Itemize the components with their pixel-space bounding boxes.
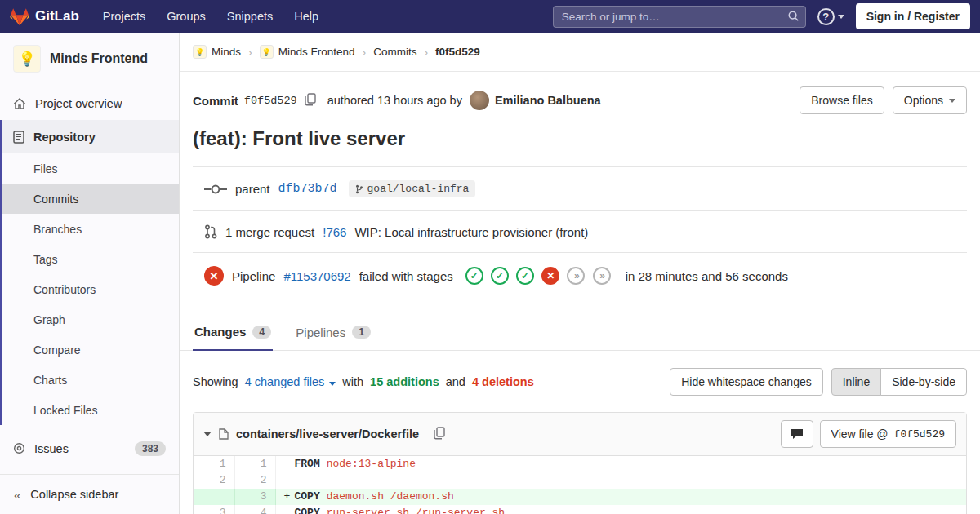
collapse-icon: «: [14, 488, 20, 502]
hide-whitespace-button[interactable]: Hide whitespace changes: [670, 368, 823, 396]
stage-failed-icon[interactable]: ✕: [541, 267, 559, 285]
nav-link-groups[interactable]: Groups: [158, 3, 215, 29]
new-line-number[interactable]: 2: [234, 472, 275, 489]
new-line-number[interactable]: 1: [234, 456, 275, 472]
old-line-number[interactable]: 3: [194, 505, 234, 514]
pipeline-failed-status-icon[interactable]: ✕: [204, 266, 224, 286]
sidebar-item-tags[interactable]: Tags: [0, 244, 179, 274]
sidebar-item-project-overview[interactable]: Project overview: [0, 86, 179, 120]
nav-link-help[interactable]: Help: [285, 3, 327, 29]
diff-summary-bar: Showing 4 changed files with 15 addition…: [180, 351, 980, 407]
stage-success-icon[interactable]: ✓: [491, 267, 509, 285]
sidebar-item-issues[interactable]: Issues 383: [0, 432, 179, 465]
main-content: 💡 Minds › 💡 Minds Frontend › Commits › f…: [180, 33, 980, 514]
nav-link-projects[interactable]: Projects: [94, 3, 154, 29]
project-avatar: 💡: [13, 45, 41, 73]
sidebar-item-label: Project overview: [35, 97, 122, 110]
search-icon[interactable]: [787, 10, 800, 25]
project-header[interactable]: 💡 Minds Frontend: [0, 33, 179, 86]
deletions-count: 4 deletions: [472, 375, 534, 388]
merge-request-count-text: 1 merge request: [225, 225, 314, 239]
breadcrumb-separator: ›: [424, 46, 428, 59]
stage-success-icon[interactable]: ✓: [466, 267, 483, 285]
breadcrumb: 💡 Minds › 💡 Minds Frontend › Commits › f…: [180, 33, 980, 72]
breadcrumb-commits[interactable]: Commits: [373, 46, 416, 58]
sidebar-item-contributors[interactable]: Contributors: [0, 274, 179, 304]
pipeline-duration: in 28 minutes and 56 seconds: [626, 269, 788, 283]
comment-button[interactable]: [781, 420, 813, 448]
project-sidebar: 💡 Minds Frontend Project overview Reposi…: [0, 33, 180, 514]
comment-icon: [791, 428, 804, 440]
diff-line: 1 1 FROMnode:13-alpine: [194, 456, 966, 472]
merge-request-link[interactable]: !766: [323, 225, 346, 239]
nav-link-snippets[interactable]: Snippets: [218, 3, 282, 29]
new-line-number[interactable]: 4: [234, 505, 275, 514]
copy-icon: [305, 93, 316, 106]
help-menu[interactable]: ?: [817, 8, 844, 25]
merge-request-title: WIP: Local infrastructure provisioner (f…: [354, 225, 588, 239]
tab-pipelines[interactable]: Pipelines 1: [294, 314, 372, 350]
file-path[interactable]: containers/live-server/Dockerfile: [236, 428, 419, 441]
sign-in-button[interactable]: Sign in / Register: [856, 3, 970, 29]
breadcrumb-separator: ›: [248, 46, 252, 59]
parent-sha-link[interactable]: dfb73b7d: [278, 182, 337, 196]
pipeline-id-link[interactable]: #115370692: [283, 269, 350, 283]
breadcrumb-minds[interactable]: 💡 Minds: [193, 45, 241, 59]
copy-sha-button[interactable]: [303, 91, 318, 110]
commit-title: (feat): Front live server: [180, 119, 980, 166]
sidebar-item-files[interactable]: Files: [0, 153, 179, 184]
new-line-number[interactable]: 3: [234, 489, 275, 505]
global-search: [553, 6, 806, 28]
home-icon: [13, 97, 26, 110]
issues-icon: [13, 442, 25, 454]
pipeline-row: ✕ Pipeline #115370692 failed with stages…: [193, 253, 967, 299]
old-line-number[interactable]: 1: [194, 456, 234, 472]
search-input[interactable]: [553, 6, 806, 28]
author-avatar[interactable]: [470, 91, 489, 110]
sidebar-item-commits[interactable]: Commits: [0, 184, 179, 214]
collapse-diff-icon[interactable]: [203, 432, 212, 436]
sidebar-item-label: Repository: [33, 131, 96, 144]
diff-view-toggle: Inline Side-by-side: [831, 368, 967, 396]
commit-label: Commit: [193, 94, 238, 108]
stage-success-icon[interactable]: ✓: [516, 267, 534, 285]
view-file-button[interactable]: View file @ f0f5d529: [820, 420, 956, 448]
chevron-down-icon: [949, 99, 956, 103]
sidebar-item-charts[interactable]: Charts: [0, 365, 179, 395]
parent-commit-row: parent dfb73b7d goal/local-infra: [193, 167, 967, 211]
gitlab-logo[interactable]: GitLab: [10, 7, 79, 26]
navbar-links: Projects Groups Snippets Help: [94, 3, 327, 29]
changed-files-dropdown[interactable]: 4 changed files: [245, 375, 336, 388]
sidebar-item-repository[interactable]: Repository: [0, 120, 179, 153]
project-name: Minds Frontend: [50, 51, 148, 66]
branch-badge[interactable]: goal/local-infra: [349, 180, 476, 197]
group-avatar: 💡: [193, 45, 207, 59]
collapse-sidebar-button[interactable]: « Collapse sidebar: [0, 474, 179, 514]
sidebar-section-repository: Repository Files Commits Branches Tags C…: [0, 120, 179, 425]
collapse-label: Collapse sidebar: [30, 488, 118, 501]
old-line-number[interactable]: [194, 489, 234, 505]
old-line-number[interactable]: 2: [194, 472, 234, 489]
commit-meta-row: Commit f0f5d529 authored 13 hours ago by…: [180, 72, 980, 119]
stage-skipped-icon[interactable]: »: [567, 267, 585, 285]
stage-skipped-icon[interactable]: »: [593, 267, 611, 285]
additions-count: 15 additions: [370, 375, 439, 388]
pipeline-label: Pipeline: [232, 269, 275, 283]
inline-view-button[interactable]: Inline: [831, 368, 881, 396]
diff-table: 1 1 FROMnode:13-alpine 2 2 3 +COPYdaemon…: [194, 456, 966, 514]
options-dropdown-button[interactable]: Options: [893, 86, 967, 114]
tab-changes[interactable]: Changes 4: [193, 314, 273, 351]
breadcrumb-minds-frontend[interactable]: 💡 Minds Frontend: [260, 45, 355, 59]
diff-line: 3 4 COPYrun-server.sh /run-server.sh: [194, 505, 966, 514]
commit-info-box: parent dfb73b7d goal/local-infra 1 merge…: [193, 166, 967, 299]
browse-files-button[interactable]: Browse files: [800, 86, 884, 114]
side-by-side-view-button[interactable]: Side-by-side: [880, 368, 967, 396]
author-name[interactable]: Emiliano Balbuena: [495, 94, 601, 107]
sidebar-item-branches[interactable]: Branches: [0, 214, 179, 244]
copy-file-path-button[interactable]: [432, 425, 447, 444]
sidebar-item-locked-files[interactable]: Locked Files: [0, 395, 179, 425]
sidebar-item-graph[interactable]: Graph: [0, 304, 179, 335]
sidebar-item-compare[interactable]: Compare: [0, 335, 179, 365]
authored-text: authored 13 hours ago by: [327, 94, 462, 107]
breadcrumb-commit-sha: f0f5d529: [435, 46, 480, 58]
